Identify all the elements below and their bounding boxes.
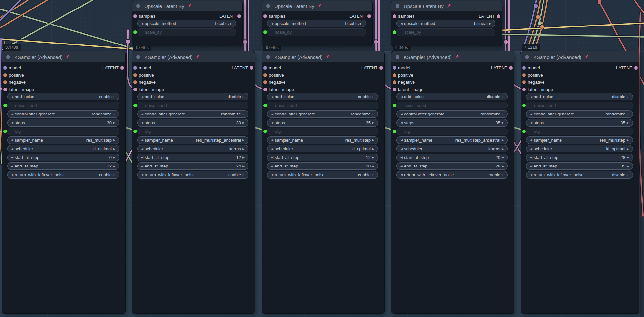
widget-pill[interactable]: ◀add_noisedisable▶ (526, 93, 633, 100)
widget-start_at_step[interactable]: ◀start_at_step28▶ (526, 154, 633, 161)
decrement-arrow[interactable]: ◀ (399, 165, 404, 168)
input-dot-cfg[interactable] (522, 130, 526, 133)
increment-arrow[interactable]: ▶ (241, 173, 246, 176)
increment-arrow[interactable]: ▶ (371, 156, 375, 159)
decrement-arrow[interactable]: ◀ (10, 138, 14, 142)
widget-steps[interactable]: ◀steps35▶ (526, 119, 633, 127)
widget-sampler_name[interactable]: ◀sampler_nameres_multistep▶ (526, 136, 633, 144)
decrement-arrow[interactable]: ◀ (10, 95, 14, 98)
pin-icon[interactable] (325, 54, 330, 60)
input-dot-positive[interactable] (133, 73, 137, 77)
decrement-arrow[interactable]: ◀ (399, 22, 404, 25)
widget-pill[interactable]: ◀add_noiseenable▶ (7, 93, 119, 100)
widget-add_noise[interactable]: ◀add_noisedisable▶ (396, 93, 508, 100)
increment-arrow[interactable]: ▶ (112, 113, 116, 116)
widget-pill[interactable]: ◀steps35▶ (396, 119, 508, 127)
widget-pill[interactable]: ◀control after generaterandomize▶ (137, 110, 248, 118)
decrement-arrow[interactable]: ◀ (270, 22, 274, 25)
output-dot-latent[interactable] (120, 66, 124, 70)
increment-arrow[interactable]: ▶ (626, 95, 630, 98)
widget-upscale_method[interactable]: ◀upscale_methodbicubic▶ (267, 20, 366, 27)
increment-arrow[interactable]: ▶ (371, 113, 375, 116)
widget-return_with_leftover_noise[interactable]: ◀return_with_leftover_noiseenable▶ (7, 171, 119, 179)
input-dot-cfg[interactable] (133, 130, 137, 133)
widget-pill[interactable]: ◀add_noiseenable▶ (267, 93, 378, 100)
collapse-dot[interactable] (396, 4, 399, 8)
output-dot-latent[interactable] (509, 66, 513, 70)
widget-pill[interactable]: ◀control after generaterandomize▶ (396, 110, 508, 118)
widget-pill[interactable]: ◀return_with_leftover_noisedisable▶ (526, 171, 633, 179)
upscale-latent-node[interactable]: Upscale Latent By samplesLATENT◀upscale_… (391, 1, 502, 46)
widget-pill[interactable]: ◀sampler_nameres_multistep_ancestral▶ (137, 136, 248, 144)
decrement-arrow[interactable]: ◀ (140, 22, 144, 25)
input-dot-cfg[interactable] (263, 130, 267, 133)
widget-end_at_step[interactable]: ◀end_at_step28▶ (396, 162, 508, 170)
node-title-bar[interactable]: Upscale Latent By (391, 1, 502, 11)
output-dot-latent[interactable] (367, 14, 371, 18)
increment-arrow[interactable]: ▶ (501, 113, 505, 116)
input-dot-negative[interactable] (133, 80, 137, 84)
decrement-arrow[interactable]: ◀ (529, 138, 533, 142)
widget-control_after_generate[interactable]: ◀control after generaterandomize▶ (396, 110, 508, 118)
widget-pill[interactable]: ◀upscale_methodbilinear▶ (396, 20, 495, 27)
input-dot-latent_image[interactable] (263, 88, 267, 91)
increment-arrow[interactable]: ▶ (626, 173, 630, 176)
widget-pill[interactable]: ◀schedulerkl_optimal▶ (526, 145, 633, 152)
decrement-arrow[interactable]: ◀ (529, 156, 533, 159)
widget-pill[interactable]: ◀sampler_nameres_multistep▶ (267, 136, 378, 144)
decrement-arrow[interactable]: ◀ (399, 113, 404, 116)
widget-pill[interactable]: ◀control after generaterandomize▶ (526, 110, 633, 118)
input-dot-noise_seed[interactable] (522, 104, 526, 107)
pin-icon[interactable] (187, 3, 192, 9)
widget-pill[interactable]: ◀schedulerkl_optimal▶ (7, 145, 119, 152)
increment-arrow[interactable]: ▶ (371, 147, 375, 150)
widget-pill[interactable]: ◀end_at_step20▶ (267, 162, 378, 170)
decrement-arrow[interactable]: ◀ (399, 156, 404, 159)
widget-steps[interactable]: ◀steps30▶ (137, 119, 248, 127)
widget-upscale_method[interactable]: ◀upscale_methodbilinear▶ (396, 20, 495, 27)
decrement-arrow[interactable]: ◀ (399, 173, 404, 176)
input-dot-positive[interactable] (393, 73, 396, 77)
decrement-arrow[interactable]: ◀ (270, 121, 274, 124)
input-dot-latent_image[interactable] (393, 88, 396, 91)
increment-arrow[interactable]: ▶ (229, 22, 233, 25)
increment-arrow[interactable]: ▶ (241, 156, 246, 159)
widget-scheduler[interactable]: ◀schedulerkarras▶ (396, 145, 508, 152)
widget-pill[interactable]: ◀sampler_nameres_multistep▶ (7, 136, 119, 144)
decrement-arrow[interactable]: ◀ (270, 95, 274, 98)
decrement-arrow[interactable]: ◀ (399, 147, 404, 150)
widget-pill[interactable]: ◀return_with_leftover_noiseenable▶ (7, 171, 119, 179)
increment-arrow[interactable]: ▶ (626, 165, 630, 168)
node-graph-canvas[interactable]: 3.478s0.040s0.040s0.040s7.121s Upscale L… (0, 0, 644, 317)
decrement-arrow[interactable]: ◀ (140, 121, 144, 124)
increment-arrow[interactable]: ▶ (112, 173, 116, 176)
increment-arrow[interactable]: ▶ (626, 121, 630, 124)
widget-pill[interactable]: ◀add_noisedisable▶ (396, 93, 508, 100)
input-dot-positive[interactable] (263, 73, 267, 77)
pin-icon[interactable] (584, 54, 589, 60)
widget-pill[interactable]: ◀sampler_nameres_multistep_ancestral▶ (396, 136, 508, 144)
input-dot-scale_by[interactable] (393, 30, 396, 34)
widget-pill[interactable]: ◀schedulerkarras▶ (137, 145, 248, 152)
widget-pill[interactable]: ◀start_at_step12▶ (137, 154, 248, 161)
input-dot-scale_by[interactable] (133, 30, 137, 34)
widget-pill[interactable]: ◀steps30▶ (137, 119, 248, 127)
input-dot-cfg[interactable] (3, 130, 7, 133)
input-dot-negative[interactable] (3, 80, 7, 84)
input-dot-model[interactable] (393, 66, 396, 70)
output-dot-latent[interactable] (497, 14, 500, 18)
decrement-arrow[interactable]: ◀ (270, 165, 274, 168)
pin-icon[interactable] (454, 54, 459, 60)
widget-pill[interactable]: ◀start_at_step28▶ (526, 154, 633, 161)
increment-arrow[interactable]: ▶ (501, 165, 505, 168)
pin-icon[interactable] (65, 54, 70, 60)
decrement-arrow[interactable]: ◀ (529, 95, 533, 98)
widget-sampler_name[interactable]: ◀sampler_nameres_multistep▶ (267, 136, 378, 144)
collapse-dot[interactable] (266, 55, 270, 59)
decrement-arrow[interactable]: ◀ (140, 147, 144, 150)
increment-arrow[interactable]: ▶ (112, 165, 116, 168)
increment-arrow[interactable]: ▶ (501, 156, 505, 159)
pin-icon[interactable] (446, 3, 451, 9)
increment-arrow[interactable]: ▶ (371, 165, 375, 168)
ksampler-advanced-node[interactable]: KSampler (Advanced) modelLATENTpositiven… (391, 51, 514, 313)
